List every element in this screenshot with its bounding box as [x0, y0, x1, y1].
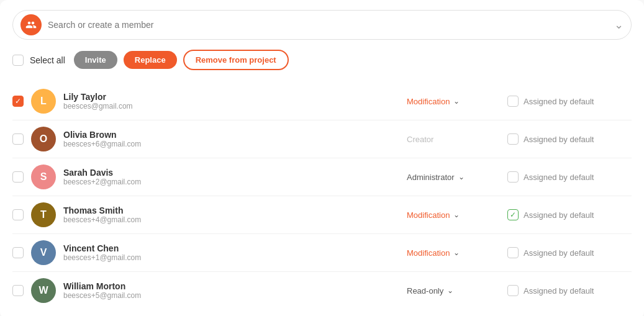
assigned-default-area: Assigned by default	[507, 247, 632, 258]
role-dropdown-icon[interactable]: ⌄	[458, 173, 465, 181]
table-row: TThomas Smithbeesces+4@gmail.comModifica…	[12, 196, 632, 234]
assigned-default-area: Assigned by default	[507, 285, 632, 296]
member-email: beesces+2@gmail.com	[63, 178, 399, 186]
toolbar: Select all Invite Replace Remove from pr…	[12, 50, 632, 70]
assigned-default-checkbox[interactable]	[507, 96, 519, 107]
assigned-default-checkbox[interactable]	[507, 209, 519, 220]
member-email: beesces+6@gmail.com	[63, 140, 399, 148]
member-info: William Mortonbeesces+5@gmail.com	[63, 281, 399, 300]
member-info: Lily Taylorbeesces@gmail.com	[63, 92, 399, 111]
assigned-default-label: Assigned by default	[524, 135, 594, 144]
member-info: Olivia Brownbeesces+6@gmail.com	[63, 130, 399, 148]
member-email: beesces+4@gmail.com	[63, 215, 399, 224]
assigned-default-label: Assigned by default	[524, 173, 594, 182]
assigned-default-area: Assigned by default	[507, 133, 632, 145]
assigned-default-label: Assigned by default	[524, 97, 594, 106]
member-name: Sarah Davis	[63, 168, 399, 178]
role-dropdown-icon[interactable]: ⌄	[453, 210, 460, 219]
member-info: Vincent Chenbeesces+1@gmail.com	[63, 243, 399, 262]
search-input[interactable]	[48, 20, 609, 30]
table-row: WWilliam Mortonbeesces+5@gmail.comRead-o…	[12, 272, 632, 309]
member-select-checkbox[interactable]	[12, 96, 24, 107]
role-dropdown-icon[interactable]: ⌄	[453, 97, 460, 106]
table-row: OOlivia Brownbeesces+6@gmail.comCreatorA…	[12, 120, 632, 158]
member-info: Sarah Davisbeesces+2@gmail.com	[63, 168, 399, 186]
member-name: Thomas Smith	[63, 205, 399, 215]
member-name: Lily Taylor	[63, 92, 399, 102]
role-dropdown-icon[interactable]: ⌄	[453, 248, 460, 257]
member-name: Olivia Brown	[63, 130, 399, 140]
avatar: T	[31, 202, 56, 227]
assigned-default-area: Assigned by default	[507, 209, 632, 220]
role-dropdown-icon[interactable]: ⌄	[447, 286, 453, 295]
table-row: VVincent Chenbeesces+1@gmail.comModifica…	[12, 234, 632, 272]
member-select-checkbox[interactable]	[12, 285, 24, 296]
member-role-label: Read-only	[407, 286, 443, 296]
select-all-label: Select all	[30, 55, 65, 65]
assigned-default-label: Assigned by default	[524, 210, 594, 220]
assigned-default-area: Assigned by default	[507, 171, 632, 183]
member-list: LLily Taylorbeesces@gmail.comModificatio…	[12, 83, 632, 309]
assigned-default-checkbox[interactable]	[507, 133, 519, 145]
member-name: Vincent Chen	[63, 243, 399, 253]
member-role-area: Administrator⌄	[407, 173, 500, 182]
member-email: beesces+1@gmail.com	[63, 253, 399, 262]
avatar: L	[31, 89, 56, 114]
member-role-label: Modification	[407, 248, 450, 258]
member-role-label: Modification	[407, 210, 450, 220]
search-dropdown-icon[interactable]: ⌄	[614, 18, 624, 32]
member-role-area: Read-only⌄	[407, 286, 500, 296]
member-select-checkbox[interactable]	[12, 171, 24, 183]
member-role-area: Modification⌄	[407, 248, 500, 258]
assigned-default-label: Assigned by default	[524, 248, 594, 258]
select-all-checkbox[interactable]	[12, 55, 24, 66]
member-name: William Morton	[63, 281, 399, 291]
invite-button[interactable]: Invite	[74, 51, 117, 69]
member-role-label: Creator	[407, 135, 433, 144]
replace-button[interactable]: Replace	[124, 51, 177, 69]
member-info: Thomas Smithbeesces+4@gmail.com	[63, 205, 399, 224]
main-container: ⌄ Select all Invite Replace Remove from …	[0, 0, 644, 316]
table-row: SSarah Davisbeesces+2@gmail.comAdministr…	[12, 158, 632, 196]
member-select-checkbox[interactable]	[12, 247, 24, 258]
member-select-checkbox[interactable]	[12, 209, 24, 220]
assigned-default-checkbox[interactable]	[507, 171, 519, 183]
member-role-label: Modification	[407, 97, 450, 106]
assigned-default-area: Assigned by default	[507, 96, 632, 107]
avatar: V	[31, 240, 56, 265]
assigned-default-checkbox[interactable]	[507, 285, 519, 296]
search-bar: ⌄	[12, 10, 632, 40]
member-role-area: Modification⌄	[407, 97, 500, 106]
avatar: O	[31, 127, 56, 151]
avatar: S	[31, 165, 56, 189]
member-role-area: Creator	[407, 135, 500, 144]
table-row: LLily Taylorbeesces@gmail.comModificatio…	[12, 83, 632, 120]
search-avatar-icon[interactable]	[20, 14, 42, 35]
avatar: W	[31, 278, 56, 303]
member-role-area: Modification⌄	[407, 210, 500, 220]
member-email: beesces@gmail.com	[63, 102, 399, 111]
remove-from-project-button[interactable]: Remove from project	[183, 50, 289, 70]
assigned-default-label: Assigned by default	[524, 286, 594, 296]
assigned-default-checkbox[interactable]	[507, 247, 519, 258]
member-role-label: Administrator	[407, 173, 455, 182]
member-select-checkbox[interactable]	[12, 133, 24, 145]
member-email: beesces+5@gmail.com	[63, 291, 399, 300]
